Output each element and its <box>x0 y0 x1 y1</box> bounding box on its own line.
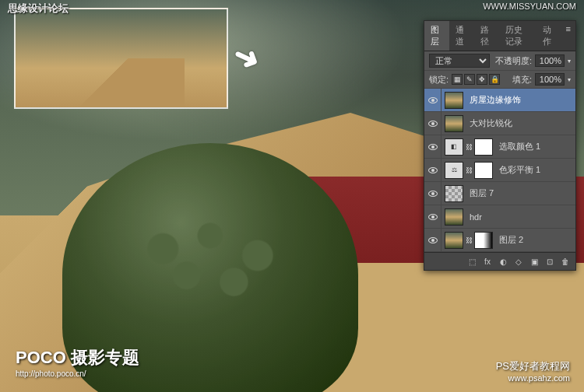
eye-icon <box>428 214 438 220</box>
layer-name[interactable]: 选取颜色 1 <box>496 141 575 152</box>
adjustment-icon[interactable]: ⚖ <box>445 162 463 179</box>
layer-row[interactable]: 图层 7 <box>424 182 575 205</box>
panel-menu-icon[interactable]: ≡ <box>561 21 575 51</box>
tab-actions[interactable]: 动作 <box>537 21 561 51</box>
lock-label: 锁定: <box>429 74 449 86</box>
watermark-bottom-right: PS爱好者教程网 www.psahz.com <box>496 359 570 383</box>
opacity-chevron-icon[interactable]: ▾ <box>568 58 571 65</box>
mask-button[interactable]: ◐ <box>496 255 510 268</box>
tab-channels[interactable]: 通道 <box>449 21 474 51</box>
mask-thumbnail[interactable] <box>474 232 493 249</box>
layer-thumbnail[interactable] <box>445 185 463 202</box>
link-icon: ⛓ <box>466 143 472 151</box>
layer-name[interactable]: 房屋边缘修饰 <box>466 94 575 106</box>
opacity-label: 不透明度: <box>495 55 532 67</box>
watermark-top-right: WWW.MISSYUAN.COM <box>483 2 576 11</box>
layer-row[interactable]: ⚖⛓ 色彩平衡 1 <box>424 159 575 182</box>
visibility-toggle[interactable] <box>424 112 442 135</box>
layer-thumbnail[interactable] <box>445 115 463 132</box>
lock-pixels-icon[interactable]: ✎ <box>464 74 475 85</box>
adjustment-icon[interactable]: ◧ <box>445 138 463 156</box>
adjustment-button[interactable]: ◇ <box>512 255 526 268</box>
eye-icon <box>428 97 438 103</box>
group-button[interactable]: ▣ <box>527 255 541 268</box>
layers-list: 房屋边缘修饰 大对比锐化 ◧⛓ 选取颜色 1 ⚖⛓ 色彩平衡 1 图层 7 hd… <box>424 89 575 252</box>
poco-logo-text: POCO 摄影专题 <box>16 348 139 367</box>
mask-thumbnail[interactable] <box>474 162 493 179</box>
layer-thumbnail[interactable] <box>445 232 463 249</box>
layers-panel: 图层 通道 路径 历史记录 动作 ≡ 正常 不透明度: ▾ 锁定: ▦ ✎ ✥ … <box>424 20 576 271</box>
tab-layers[interactable]: 图层 <box>424 21 449 51</box>
layer-row[interactable]: ⛓ 图层 2 <box>424 229 575 252</box>
eye-icon <box>428 144 438 150</box>
psahz-text: PS爱好者教程网 <box>496 360 570 372</box>
layer-row[interactable]: ◧⛓ 选取颜色 1 <box>424 135 575 159</box>
tab-history[interactable]: 历史记录 <box>499 21 537 51</box>
inset-detail-image <box>14 8 228 109</box>
mask-thumbnail[interactable] <box>474 138 493 156</box>
blend-opacity-row: 正常 不透明度: ▾ <box>424 51 575 71</box>
panel-footer: ⬚ fx ◐ ◇ ▣ ⊡ 🗑 <box>424 252 575 270</box>
visibility-toggle[interactable] <box>424 205 442 228</box>
fill-label: 填充: <box>512 74 532 86</box>
visibility-toggle[interactable] <box>424 229 442 251</box>
visibility-toggle[interactable] <box>424 135 442 158</box>
poco-url: http://photo.poco.cn/ <box>16 369 139 378</box>
visibility-toggle[interactable] <box>424 89 442 111</box>
tab-paths[interactable]: 路径 <box>474 21 499 51</box>
visibility-toggle[interactable] <box>424 182 442 205</box>
delete-layer-button[interactable]: 🗑 <box>558 255 572 268</box>
eye-icon <box>428 237 438 243</box>
lock-position-icon[interactable]: ✥ <box>477 74 487 85</box>
link-icon: ⛓ <box>466 236 472 244</box>
lock-transparency-icon[interactable]: ▦ <box>452 74 463 85</box>
watermark-top-left: 思缘设计论坛 <box>8 2 69 16</box>
link-icon: ⛓ <box>466 166 472 174</box>
fill-chevron-icon[interactable]: ▾ <box>568 76 571 83</box>
blend-mode-select[interactable]: 正常 <box>429 54 490 68</box>
layer-row[interactable]: 房屋边缘修饰 <box>424 89 575 112</box>
lock-fill-row: 锁定: ▦ ✎ ✥ 🔒 填充: ▾ <box>424 71 575 89</box>
eye-icon <box>428 191 438 197</box>
lock-all-icon[interactable]: 🔒 <box>489 74 500 85</box>
watermark-bottom-left: POCO 摄影专题 http://photo.poco.cn/ <box>16 346 139 378</box>
layer-name[interactable]: 大对比锐化 <box>466 117 575 129</box>
layer-name[interactable]: 图层 2 <box>496 234 575 246</box>
fill-input[interactable] <box>535 73 565 86</box>
visibility-toggle[interactable] <box>424 159 442 181</box>
eye-icon <box>428 121 438 127</box>
layer-name[interactable]: hdr <box>466 212 575 222</box>
psahz-url: www.psahz.com <box>496 373 570 383</box>
eye-icon <box>428 167 438 173</box>
layer-row[interactable]: 大对比锐化 <box>424 112 575 135</box>
panel-tabs: 图层 通道 路径 历史记录 动作 ≡ <box>424 21 575 51</box>
opacity-input[interactable] <box>535 54 565 67</box>
layer-thumbnail[interactable] <box>445 92 463 109</box>
layer-name[interactable]: 色彩平衡 1 <box>496 164 575 176</box>
layer-name[interactable]: 图层 7 <box>466 187 575 199</box>
layer-row[interactable]: hdr <box>424 205 575 229</box>
layer-thumbnail[interactable] <box>445 208 463 226</box>
lock-buttons: ▦ ✎ ✥ 🔒 <box>452 74 500 85</box>
fx-button[interactable]: fx <box>480 255 494 268</box>
link-layers-button[interactable]: ⬚ <box>465 255 479 268</box>
new-layer-button[interactable]: ⊡ <box>543 255 557 268</box>
